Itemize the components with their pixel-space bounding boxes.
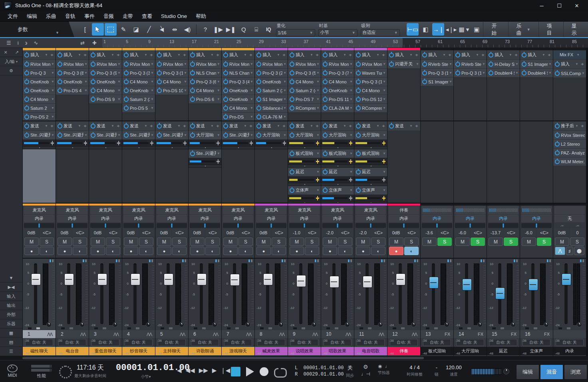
- metronome-section[interactable]: ◉ ♩ 节拍器: [378, 364, 390, 376]
- input-selector[interactable]: 麦克风: [190, 206, 220, 214]
- add-send-icon[interactable]: ＋: [215, 123, 220, 129]
- fader-track[interactable]: [329, 263, 339, 324]
- send-pan-bar[interactable]: [321, 183, 354, 186]
- record-arm-button[interactable]: ●: [24, 247, 39, 255]
- monitor-button[interactable]: ◐: [404, 247, 419, 255]
- sends-header[interactable]: 发送▼＋: [255, 121, 288, 131]
- menu-item-乐曲[interactable]: 乐曲: [42, 12, 61, 21]
- forward-button[interactable]: ▶▶: [199, 367, 208, 374]
- power-icon[interactable]: [24, 71, 29, 75]
- chevron-down-icon[interactable]: ▼: [78, 124, 81, 128]
- insert-slot[interactable]: Doubler4 St..▼: [487, 69, 520, 77]
- sends-header[interactable]: 发送▼＋: [222, 121, 254, 131]
- sends-header[interactable]: 发送▼＋: [56, 121, 89, 131]
- record-arm-button[interactable]: ●: [389, 247, 403, 255]
- rewind-button[interactable]: ◀◀: [186, 367, 195, 374]
- trim-knob[interactable]: [79, 322, 85, 327]
- chevron-down-icon[interactable]: ▼: [343, 53, 346, 57]
- power-icon[interactable]: [455, 53, 460, 57]
- power-icon[interactable]: [290, 62, 294, 67]
- insert-slot[interactable]: Pro-DS 5▼: [122, 104, 155, 113]
- menu-item-事件[interactable]: 事件: [80, 12, 99, 21]
- console-tool-icon-1[interactable]: i: [18, 40, 19, 46]
- timeline-ruler[interactable]: 1591317212529333741454953576165697377818…: [102, 38, 588, 48]
- add-insert-icon[interactable]: ＋: [447, 51, 452, 58]
- fader-handle[interactable]: [31, 273, 41, 285]
- add-send-icon[interactable]: ＋: [116, 123, 121, 129]
- power-icon[interactable]: [256, 115, 261, 119]
- power-icon[interactable]: [356, 188, 361, 193]
- gain-value[interactable]: -2.0: [356, 229, 370, 236]
- insert-slot[interactable]: RVox Mono▼: [222, 60, 254, 69]
- add-send-icon[interactable]: ＋: [248, 123, 253, 129]
- power-icon[interactable]: [256, 71, 261, 75]
- menu-item-走带[interactable]: 走带: [118, 12, 137, 21]
- solo-button[interactable]: S: [404, 238, 419, 246]
- power-icon[interactable]: [223, 71, 228, 75]
- power-icon[interactable]: [58, 88, 62, 93]
- add-send-icon[interactable]: ＋: [315, 123, 320, 129]
- power-icon[interactable]: [24, 133, 29, 138]
- insert-slot[interactable]: RCompress..▼: [354, 104, 387, 113]
- record-arm-button[interactable]: ●: [157, 247, 171, 255]
- send-level-bar[interactable]: [288, 195, 321, 202]
- insert-slot[interactable]: C4 Mono▼: [122, 77, 155, 86]
- automation-mode-button[interactable]: 自动: 关: [91, 339, 119, 346]
- insert-slot[interactable]: Pro-DS 6▼: [189, 95, 221, 104]
- time-signature[interactable]: 4 / 4 时间修整: [407, 364, 423, 377]
- power-icon[interactable]: [223, 133, 228, 138]
- power-icon[interactable]: [91, 88, 95, 93]
- show-button[interactable]: 显示: [563, 22, 588, 37]
- send-slot[interactable]: Ste..闪避开关▼: [122, 131, 155, 140]
- fader-handle[interactable]: [230, 274, 240, 286]
- add-send-icon[interactable]: ＋: [282, 123, 286, 129]
- sidebar-bottom-icon-1[interactable]: ▤: [0, 338, 22, 347]
- power-icon[interactable]: [422, 62, 427, 67]
- power-icon[interactable]: [190, 97, 195, 102]
- mute-button[interactable]: M: [91, 238, 105, 246]
- power-icon[interactable]: [422, 79, 427, 84]
- sidebar-item-输入[interactable]: 输入: [0, 292, 22, 301]
- sends-header[interactable]: 发送▼＋: [122, 121, 155, 131]
- fader-track[interactable]: [30, 263, 41, 324]
- channel-number-row[interactable]: 4⋀⋀: [122, 330, 155, 338]
- fader-handle[interactable]: [528, 279, 538, 291]
- insert-slot[interactable]: Pro-DS 11▼: [321, 95, 354, 104]
- send-pan-bar[interactable]: [23, 146, 56, 149]
- power-icon[interactable]: [290, 79, 294, 84]
- pan-value[interactable]: <C>: [272, 229, 286, 236]
- send-level-bar[interactable]: [189, 140, 221, 146]
- power-icon[interactable]: [290, 97, 294, 102]
- trim-knob[interactable]: [245, 322, 250, 327]
- meter-mode-icon[interactable]: [381, 259, 385, 262]
- pan-slider[interactable]: [157, 223, 187, 228]
- inserts-header[interactable]: 插入▼＋: [487, 50, 520, 60]
- send-fader-icon[interactable]: [250, 141, 253, 145]
- click-icon[interactable]: ◉: [378, 364, 382, 369]
- add-insert-icon[interactable]: ＋: [414, 51, 419, 58]
- mixer-channel-12[interactable]: 插入▼＋闪避开关▼发送▼＋伴奏内录0dB<C>MS●◐1050-5-12-24-…: [387, 48, 420, 356]
- power-icon[interactable]: [91, 133, 95, 138]
- chevron-down-icon[interactable]: ▼: [310, 53, 313, 57]
- pan-value[interactable]: <C>: [437, 229, 452, 236]
- power-icon[interactable]: [157, 133, 162, 138]
- add-insert-icon[interactable]: ＋: [580, 123, 585, 129]
- send-slot[interactable]: 延迟▼: [354, 168, 387, 176]
- insert-slot[interactable]: Pro-Q 3 (5)▼: [288, 69, 321, 77]
- insert-slot[interactable]: Sibilance-Li..▼: [255, 104, 288, 113]
- insert-slot[interactable]: Doubler4 St..▼: [520, 69, 553, 77]
- send-level-bar[interactable]: [354, 195, 387, 202]
- stop-button[interactable]: [231, 367, 240, 376]
- fader-track[interactable]: [229, 263, 240, 324]
- power-icon[interactable]: [356, 88, 361, 93]
- power-icon[interactable]: [91, 53, 95, 57]
- gain-value[interactable]: 0dB: [389, 229, 403, 236]
- add-insert-icon[interactable]: ＋: [580, 61, 585, 67]
- mixer-channel-2[interactable]: 插入▼＋RVox Mono▼Pro-Q 3 (8)▼OneKnob P..▼Pr…: [56, 48, 89, 356]
- add-insert-icon[interactable]: ＋: [149, 51, 154, 58]
- monitor-button[interactable]: ◐: [40, 247, 54, 255]
- trim-knob[interactable]: [113, 322, 118, 327]
- input-selector[interactable]: 麦克风: [123, 206, 154, 214]
- record-arm-button[interactable]: ●: [323, 247, 337, 255]
- return-to-start-button[interactable]: ❘◀: [220, 367, 230, 374]
